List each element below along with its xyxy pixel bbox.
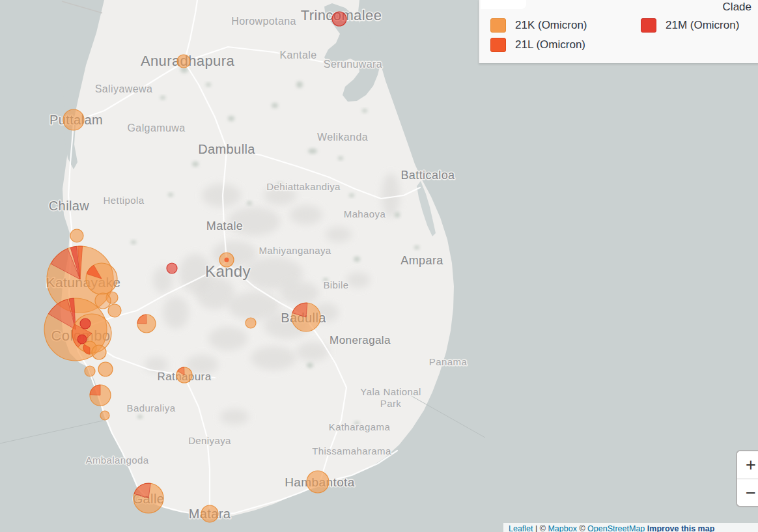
deme-circle-21k[interactable] <box>307 471 329 493</box>
leaflet-link[interactable]: Leaflet <box>509 524 533 532</box>
legend-title: Clade <box>723 1 751 14</box>
legend-notch <box>481 0 526 9</box>
deme-pie[interactable] <box>246 318 256 328</box>
place-label: Ampara <box>400 254 443 267</box>
deme-pie[interactable] <box>100 411 109 420</box>
place-label: Mahaoya <box>344 208 386 219</box>
deme-pie[interactable] <box>90 385 111 406</box>
place-label: Chilaw <box>49 199 90 213</box>
legend-label: 21L (Omicron) <box>515 38 585 51</box>
place-label: Horowpotana <box>231 16 296 27</box>
terrain-shading <box>220 409 249 425</box>
zoom-in-button[interactable]: + <box>737 451 758 479</box>
water-tank <box>354 257 360 262</box>
water-tank <box>272 103 278 108</box>
place-label: Dehiattakandiya <box>266 181 341 192</box>
deme-pie[interactable] <box>86 263 117 294</box>
zoom-out-button[interactable]: − <box>737 479 758 507</box>
terrain-shading <box>326 227 352 242</box>
deme-pie[interactable] <box>133 483 163 513</box>
deme-circle-21k[interactable] <box>95 293 111 309</box>
map-view: TrincomaleeHorowpotanaAnuradhapuraKantal… <box>0 0 758 532</box>
deme-pie[interactable] <box>70 229 83 242</box>
legend-item-21m[interactable]: 21M (Omicron) <box>641 18 739 33</box>
place-label: Kantale <box>279 49 316 61</box>
deme-pie[interactable] <box>176 367 192 383</box>
place-label: Saliyawewa <box>95 83 152 94</box>
deme-pie[interactable] <box>219 253 234 267</box>
openstreetmap-link[interactable]: OpenStreetMap <box>587 524 645 532</box>
terrain-shading <box>208 327 247 350</box>
terrain-shading <box>251 346 296 370</box>
legend-label: 21M (Omicron) <box>666 19 739 32</box>
place-label: Galgamuwa <box>128 122 186 133</box>
place-label: Welikanda <box>317 132 368 143</box>
deme-circle-21k[interactable] <box>100 411 109 420</box>
place-label: Dambulla <box>198 142 255 156</box>
deme-pie[interactable] <box>307 471 329 493</box>
place-label: Bibile <box>323 279 348 290</box>
deme-circle-21k[interactable] <box>108 304 121 317</box>
deme-pie[interactable] <box>167 263 177 273</box>
deme-circle-21m[interactable] <box>77 335 87 344</box>
deme-pie[interactable] <box>85 366 95 376</box>
deme-pie[interactable] <box>63 109 84 130</box>
deme-pie[interactable] <box>108 304 121 317</box>
water-tank <box>296 81 303 88</box>
water-tank <box>338 156 343 160</box>
deme-circle-21k[interactable] <box>177 55 190 68</box>
deme-circle-21k[interactable] <box>63 109 84 130</box>
water-tank <box>168 193 173 197</box>
copyright-symbol-1: © <box>540 524 548 532</box>
terrain-shading <box>163 296 189 329</box>
deme-circle-21m[interactable] <box>167 263 177 273</box>
water-tank <box>307 363 313 368</box>
legend-item-21l[interactable]: 21L (Omicron) <box>490 38 585 52</box>
place-label: Park <box>380 398 402 409</box>
deme-pie[interactable] <box>77 335 87 344</box>
place-label: Batticaloa <box>400 169 455 182</box>
legend-swatch-21m <box>641 18 656 33</box>
mapbox-link[interactable]: Mapbox <box>548 524 576 532</box>
place-label: Deniyaya <box>188 435 231 446</box>
map-attribution: Leaflet | © Mapbox © OpenStreetMap Impro… <box>503 523 758 532</box>
deme-pie[interactable] <box>95 293 111 309</box>
terrain-shading <box>346 272 370 288</box>
place-label: Yala National <box>360 386 421 397</box>
place-label: Matale <box>206 219 243 232</box>
deme-pie[interactable] <box>80 318 91 329</box>
deme-pie[interactable] <box>92 345 106 359</box>
deme-pie[interactable] <box>98 362 113 376</box>
deme-pie[interactable] <box>201 505 218 522</box>
deme-circle-21m[interactable] <box>332 12 346 26</box>
place-label: Ambalangoda <box>86 455 149 466</box>
water-tank <box>131 240 136 244</box>
legend-swatch-21k <box>490 18 506 33</box>
deme-circle-21m[interactable] <box>80 318 91 329</box>
water-tank <box>206 83 211 87</box>
deme-circle-21k[interactable] <box>201 505 218 522</box>
legend-item-21k[interactable]: 21K (Omicron) <box>490 18 587 33</box>
place-label: Katharagama <box>329 421 391 432</box>
water-tank <box>228 116 234 121</box>
place-label: Mahiyanganaya <box>259 245 331 256</box>
improve-map-link[interactable]: Improve this map <box>647 524 715 532</box>
deme-circle-21k[interactable] <box>85 366 95 376</box>
deme-pie[interactable] <box>137 315 156 333</box>
deme-circle-21k[interactable] <box>70 229 83 242</box>
deme-pie[interactable] <box>292 303 320 331</box>
place-label: Baduraliya <box>127 402 176 413</box>
deme-pie[interactable] <box>332 12 346 26</box>
terrain-shading <box>202 184 241 207</box>
deme-circle-21k[interactable] <box>92 345 106 359</box>
water-tank <box>395 212 400 217</box>
deme-circle-21k[interactable] <box>246 318 256 328</box>
map-canvas[interactable]: TrincomaleeHorowpotanaAnuradhapuraKantal… <box>0 0 758 532</box>
water-tank <box>362 109 367 113</box>
water-tank <box>137 415 143 419</box>
deme-circle-21k[interactable] <box>98 362 113 376</box>
copyright-symbol-2: © <box>577 524 587 532</box>
clade-legend: Clade 21K (Omicron)21L (Omicron)21M (Omi… <box>479 0 758 63</box>
legend-swatch-21l <box>490 38 506 52</box>
deme-pie[interactable] <box>177 55 190 68</box>
